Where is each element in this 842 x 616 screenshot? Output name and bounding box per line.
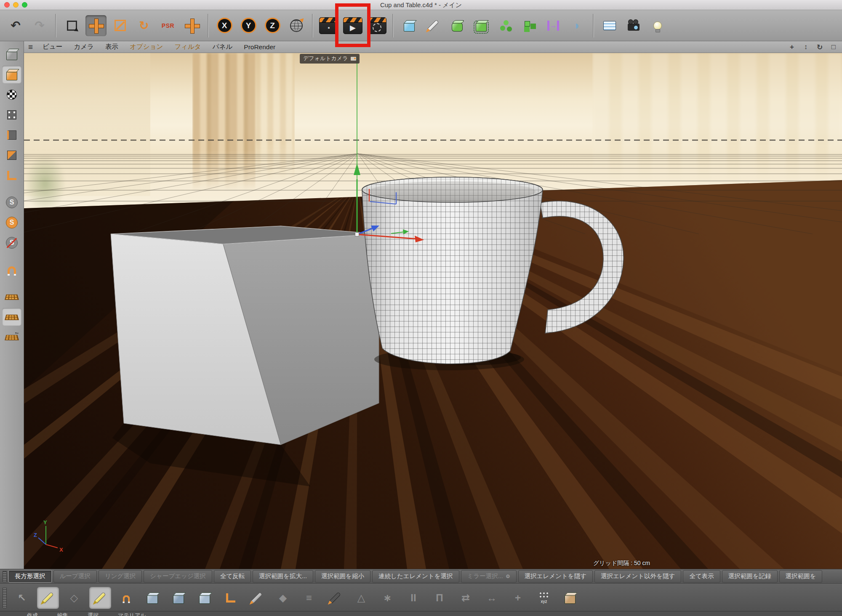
bridge-icon[interactable]: Π [429, 587, 450, 609]
mirror-select-button[interactable]: ミラー選択...⚙ [461, 570, 517, 583]
world-coordinates-button[interactable] [286, 15, 307, 36]
content-browser-button[interactable] [599, 15, 620, 36]
render-view-button[interactable]: ▪ [318, 15, 339, 36]
edge-mode-button[interactable] [2, 126, 21, 144]
shrink-selection-button[interactable]: 選択範囲を縮小 [315, 570, 370, 583]
menu-view[interactable]: ビュー [43, 42, 62, 51]
hamburger-menu-icon[interactable]: ≡ [28, 42, 33, 52]
gear-icon[interactable]: ⚙ [506, 574, 510, 579]
add-deformer-button[interactable]: → [543, 15, 564, 36]
scale-tool[interactable] [109, 15, 131, 36]
tab-material[interactable]: マテリアル [118, 611, 146, 616]
knife-icon[interactable] [246, 587, 268, 609]
palette-grip[interactable] [3, 588, 7, 608]
viewport-canvas[interactable] [24, 53, 842, 569]
viewport-3d[interactable]: デフォルトカメラ グリッド間隔 : 50 cm Y Z X [24, 53, 842, 569]
spline-pen-icon[interactable] [324, 587, 346, 609]
menu-filter[interactable]: フィルタ [174, 42, 201, 51]
polygon-pen-icon[interactable] [37, 587, 59, 609]
grow-selection-button[interactable]: 選択範囲を拡大... [253, 570, 313, 583]
stitch-icon[interactable]: II [402, 587, 424, 609]
menu-camera[interactable]: カメラ [74, 42, 94, 51]
record-selection-button[interactable]: 選択範囲を記録 [722, 570, 778, 583]
plane-cut-icon[interactable]: ◆ [272, 587, 294, 609]
triangulate-icon[interactable]: △ [350, 587, 372, 609]
cube-tool-icon[interactable] [559, 587, 581, 609]
viewport-zoom-icon[interactable]: ↕ [801, 43, 811, 51]
add-camera-button[interactable] [623, 15, 644, 36]
show-all-button[interactable]: 全て表示 [683, 570, 720, 583]
texture-mode-button[interactable] [2, 86, 21, 104]
palette-grip[interactable] [3, 571, 7, 582]
camera-label-tag[interactable]: デフォルトカメラ [300, 54, 360, 64]
extrude-inner-icon[interactable] [168, 587, 189, 609]
add-array-button[interactable] [495, 15, 516, 36]
solo-single-button[interactable]: S [2, 214, 21, 231]
sharp-edge-select-button[interactable]: シャープエッジ選択 [144, 570, 212, 583]
add-spline-button[interactable] [423, 15, 444, 36]
point-mode-button[interactable] [2, 106, 21, 124]
tab-select[interactable]: 選択 [88, 611, 99, 616]
snap-toggle-button[interactable] [2, 261, 21, 279]
smooth-shift-icon[interactable] [194, 587, 216, 609]
add-cloner-button[interactable] [519, 15, 540, 36]
render-settings-button[interactable] [366, 15, 387, 36]
hide-selected-button[interactable]: 選択エレメントを隠す [518, 570, 593, 583]
undo-button[interactable]: ↶ [5, 15, 26, 36]
move-tool[interactable] [85, 15, 107, 36]
solo-off-button[interactable]: S [2, 194, 21, 211]
rectangle-select-button[interactable]: 長方形選択 [8, 570, 52, 583]
viewport-toggle-icon[interactable]: □ [829, 43, 839, 51]
coordinate-tool[interactable] [181, 15, 203, 36]
invert-all-button[interactable]: 全て反転 [214, 570, 251, 583]
smooth-tool-icon[interactable]: ◇ [63, 587, 85, 609]
tab-create[interactable]: 作成 [27, 611, 38, 616]
live-selection-tool[interactable] [61, 15, 83, 36]
planar-workplane-button[interactable] [2, 328, 21, 346]
menu-display[interactable]: 表示 [105, 42, 118, 51]
add-generator-button[interactable] [471, 15, 492, 36]
lock-z-axis-button[interactable]: Z [262, 15, 283, 36]
lock-x-axis-button[interactable]: X [214, 15, 235, 36]
render-button[interactable]: ▶ [342, 15, 363, 36]
restore-selection-button[interactable]: 選択範囲を [779, 570, 823, 583]
add-cube-button[interactable] [399, 15, 420, 36]
rotate-tool[interactable]: ↻ [133, 15, 155, 36]
add-subdivision-surface-button[interactable] [447, 15, 468, 36]
viewport-rotate-icon[interactable]: ↻ [815, 43, 825, 52]
tab-edit[interactable]: 編集 [57, 611, 68, 616]
polygon-mode-button[interactable] [2, 146, 21, 164]
grab-tool-icon[interactable]: ↖ [11, 587, 33, 609]
add-light-button[interactable] [647, 15, 668, 36]
swap-icon[interactable]: ⇄ [455, 587, 477, 609]
viewport-pan-icon[interactable]: + [787, 43, 797, 51]
split-icon[interactable]: ↔ [481, 587, 503, 609]
lock-workplane-button[interactable] [2, 308, 21, 326]
menu-options[interactable]: オプション [130, 42, 163, 51]
ring-select-button[interactable]: リング選択 [99, 570, 142, 583]
model-mode-button[interactable] [2, 66, 21, 83]
menu-panel[interactable]: パネル [213, 42, 233, 51]
hide-unselected-button[interactable]: 選択エレメント以外を隠す [594, 570, 681, 583]
loop-cut-icon[interactable]: ≡ [298, 587, 320, 609]
magnet-tool-icon[interactable] [115, 587, 137, 609]
sculpt-pen-icon[interactable] [89, 587, 111, 609]
lock-y-axis-button[interactable]: Y [238, 15, 259, 36]
make-editable-button[interactable] [2, 45, 21, 63]
axis-mode-button[interactable] [2, 167, 21, 184]
offset-icon[interactable]: + [507, 587, 529, 609]
xyz-points-icon[interactable]: xyz [533, 587, 555, 609]
weld-icon[interactable]: ∗ [376, 587, 398, 609]
extrude-icon[interactable] [141, 587, 163, 609]
matrix-extrude-icon[interactable] [220, 587, 242, 609]
redo-button[interactable]: ↷ [29, 15, 50, 36]
workplane-button[interactable] [2, 288, 21, 305]
solo-hierarchy-button[interactable]: S [2, 234, 21, 252]
loop-select-button[interactable]: ループ選択 [53, 570, 97, 583]
menu-prorender[interactable]: ProRender [244, 43, 275, 51]
add-environment-button[interactable]: ◗ [567, 15, 588, 36]
select-connected-button[interactable]: 連続したエレメントを選択 [372, 570, 459, 583]
tool-icon-glyph [226, 593, 235, 603]
psr-tool[interactable]: PSR [157, 15, 179, 36]
button-label: 選択範囲を縮小 [321, 572, 364, 580]
